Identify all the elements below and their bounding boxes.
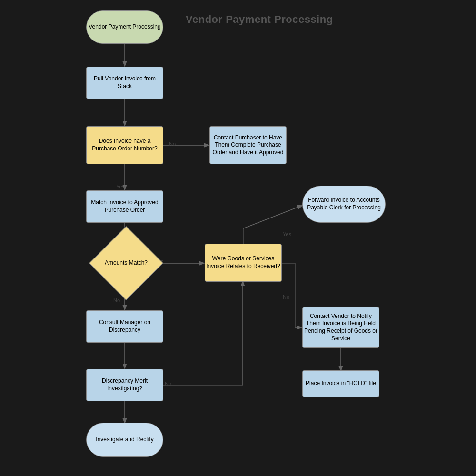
label-no-po: No: [169, 141, 176, 147]
node-amounts-match: Amounts Match?: [89, 226, 163, 300]
node-consult-manager-label: Consult Manager on Discrepancy: [87, 319, 163, 334]
node-contact-purchaser: Contact Purchaser to Have Them Complete …: [209, 126, 287, 164]
node-amounts-match-label: Amounts Match?: [105, 259, 148, 267]
node-start-label: Vendor Payment Processing: [89, 23, 160, 31]
node-discrepancy-merit: Discrepancy Merit Investigating?: [86, 369, 163, 401]
label-no-amounts: No: [113, 298, 120, 303]
node-place-hold-label: Place Invoice in "HOLD" file: [306, 380, 376, 387]
node-start: Vendor Payment Processing: [86, 10, 163, 44]
node-pull-invoice: Pull Vendor Invoice from Stack: [86, 67, 163, 99]
node-forward-invoice: Forward Invoice to Accounts Payable Cler…: [302, 186, 386, 223]
node-consult-manager: Consult Manager on Discrepancy: [86, 310, 163, 343]
node-place-hold: Place Invoice in "HOLD" file: [302, 370, 379, 397]
label-no-discrepancy: No: [165, 381, 171, 387]
flowchart-arrows: [0, 0, 476, 476]
node-contact-vendor-label: Contact Vendor to Notify Them Invoice is…: [303, 313, 379, 342]
node-investigate: Investigate and Rectify: [86, 423, 163, 457]
node-investigate-label: Investigate and Rectify: [96, 436, 153, 444]
page-title: Vendor Payment Processing: [186, 13, 333, 26]
node-contact-vendor: Contact Vendor to Notify Them Invoice is…: [302, 307, 379, 348]
node-discrepancy-merit-label: Discrepancy Merit Investigating?: [87, 377, 163, 392]
node-pull-invoice-label: Pull Vendor Invoice from Stack: [87, 75, 163, 90]
node-match-invoice-label: Match Invoice to Approved Purchase Order: [87, 199, 163, 214]
node-goods-received-label: Were Goods or Services Invoice Relates t…: [205, 255, 281, 270]
label-yes-po: Yes: [116, 184, 125, 189]
label-yes-goods: Yes: [283, 231, 291, 237]
node-match-invoice: Match Invoice to Approved Purchase Order: [86, 190, 163, 223]
node-has-po-label: Does Invoice have a Purchase Order Numbe…: [87, 138, 163, 152]
node-contact-purchaser-label: Contact Purchaser to Have Them Complete …: [210, 134, 286, 157]
node-goods-received: Were Goods or Services Invoice Relates t…: [205, 244, 282, 282]
node-forward-invoice-label: Forward Invoice to Accounts Payable Cler…: [303, 197, 385, 211]
label-no-goods: No: [283, 294, 289, 300]
svg-line-7: [243, 206, 302, 228]
node-has-po: Does Invoice have a Purchase Order Numbe…: [86, 126, 163, 164]
